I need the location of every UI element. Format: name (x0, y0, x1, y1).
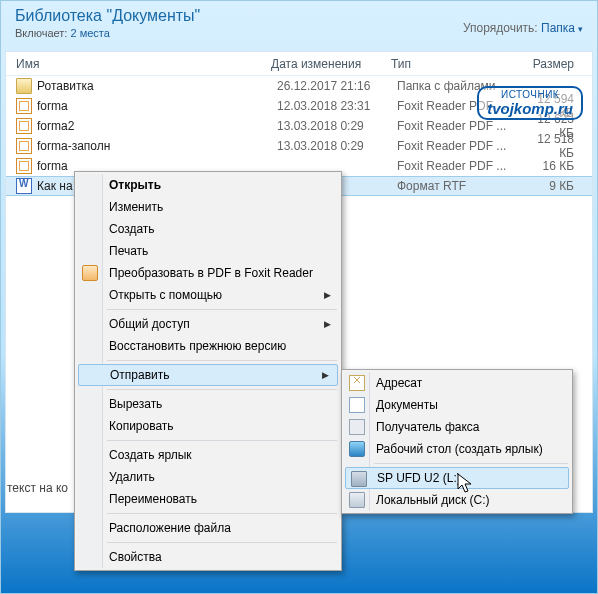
arrange-by[interactable]: Упорядочить: Папка (463, 21, 583, 35)
menu-item[interactable]: Копировать (77, 415, 339, 437)
menu-item-label: Копировать (109, 419, 174, 433)
menu-item-label: Печать (109, 244, 148, 258)
file-date: 12.03.2018 23:31 (277, 99, 397, 113)
menu-separator (107, 542, 337, 543)
rtf-icon (16, 178, 32, 194)
submenu-item[interactable]: Документы (344, 394, 570, 416)
submenu-arrow-icon: ▶ (324, 290, 331, 300)
submenu-item-label: Локальный диск (C:) (376, 493, 490, 507)
submenu-item[interactable]: Локальный диск (C:) (344, 489, 570, 511)
pdf-icon (16, 158, 32, 174)
file-size: 9 КБ (527, 179, 592, 193)
file-type: Foxit Reader PDF ... (397, 159, 527, 173)
col-name[interactable]: Имя (16, 57, 271, 71)
menu-separator (107, 513, 337, 514)
context-menu[interactable]: ОткрытьИзменитьСоздатьПечатьПреобразоват… (74, 171, 342, 571)
menu-item[interactable]: Расположение файла (77, 517, 339, 539)
pdf-icon (16, 118, 32, 134)
file-type: Foxit Reader PDF ... (397, 119, 527, 133)
truncated-text: текст на ко (7, 481, 68, 495)
menu-item-label: Удалить (109, 470, 155, 484)
menu-item[interactable]: Печать (77, 240, 339, 262)
menu-item-label: Изменить (109, 200, 163, 214)
menu-item-label: Открыть с помощью (109, 288, 222, 302)
pdf-icon (16, 98, 32, 114)
menu-item[interactable]: Переименовать (77, 488, 339, 510)
file-name: forma (37, 99, 277, 113)
submenu-item-label: Рабочий стол (создать ярлык) (376, 442, 543, 456)
usb-icon (351, 471, 367, 487)
foxit-icon (82, 265, 98, 281)
menu-separator (374, 463, 568, 464)
submenu-item[interactable]: SP UFD U2 (L:) (345, 467, 569, 489)
file-name: Ротавитка (37, 79, 277, 93)
menu-separator (107, 389, 337, 390)
menu-item[interactable]: Создать (77, 218, 339, 240)
menu-separator (107, 440, 337, 441)
submenu-arrow-icon: ▶ (322, 370, 329, 380)
submenu-item-label: SP UFD U2 (L:) (377, 471, 461, 485)
send-to-submenu[interactable]: АдресатДокументыПолучатель факсаРабочий … (341, 369, 573, 514)
column-headers[interactable]: Имя Дата изменения Тип Размер (6, 52, 592, 76)
col-type[interactable]: Тип (391, 57, 521, 71)
menu-item-label: Создать (109, 222, 155, 236)
menu-item[interactable]: Отправить▶ (78, 364, 338, 386)
arrange-label: Упорядочить: (463, 21, 538, 35)
menu-separator (107, 309, 337, 310)
includes-link[interactable]: 2 места (70, 27, 109, 39)
submenu-arrow-icon: ▶ (324, 319, 331, 329)
menu-item-label: Открыть (109, 178, 161, 192)
includes-label: Включает: (15, 27, 67, 39)
menu-separator (107, 360, 337, 361)
menu-item[interactable]: Восстановить прежнюю версию (77, 335, 339, 357)
file-size: 16 КБ (527, 159, 592, 173)
menu-item-label: Восстановить прежнюю версию (109, 339, 286, 353)
file-date: 13.03.2018 0:29 (277, 119, 397, 133)
watermark-label: ИСТОЧНИК (487, 90, 573, 101)
menu-item-label: Создать ярлык (109, 448, 192, 462)
pdf-icon (16, 138, 32, 154)
menu-item[interactable]: Удалить (77, 466, 339, 488)
menu-item-label: Вырезать (109, 397, 162, 411)
menu-item-label: Общий доступ (109, 317, 190, 331)
menu-item[interactable]: Преобразовать в PDF в Foxit Reader (77, 262, 339, 284)
menu-item[interactable]: Общий доступ▶ (77, 313, 339, 335)
arrange-value[interactable]: Папка (541, 21, 583, 35)
source-watermark: ИСТОЧНИК tvojkomp.ru (477, 86, 583, 120)
disk-icon (349, 492, 365, 508)
file-size: 12 518 КБ (527, 132, 592, 160)
folder-icon (16, 78, 32, 94)
file-row[interactable]: forma-заполн13.03.2018 0:29Foxit Reader … (6, 136, 592, 156)
col-size[interactable]: Размер (521, 57, 592, 71)
docs-icon (349, 397, 365, 413)
file-type: Формат RTF (397, 179, 527, 193)
file-date: 13.03.2018 0:29 (277, 139, 397, 153)
fax-icon (349, 419, 365, 435)
menu-item[interactable]: Создать ярлык (77, 444, 339, 466)
desk-icon (349, 441, 365, 457)
menu-item[interactable]: Вырезать (77, 393, 339, 415)
file-date: 26.12.2017 21:16 (277, 79, 397, 93)
submenu-item[interactable]: Рабочий стол (создать ярлык) (344, 438, 570, 460)
submenu-item-label: Получатель факса (376, 420, 480, 434)
submenu-item[interactable]: Получатель факса (344, 416, 570, 438)
submenu-item-label: Документы (376, 398, 438, 412)
file-type: Foxit Reader PDF ... (397, 139, 527, 153)
menu-item[interactable]: Открыть (77, 174, 339, 196)
menu-item-label: Свойства (109, 550, 162, 564)
mail-icon (349, 375, 365, 391)
file-name: forma-заполн (37, 139, 277, 153)
file-name: forma2 (37, 119, 277, 133)
menu-item-label: Расположение файла (109, 521, 231, 535)
watermark-site: tvojkomp.ru (487, 101, 573, 117)
col-date[interactable]: Дата изменения (271, 57, 391, 71)
submenu-item[interactable]: Адресат (344, 372, 570, 394)
menu-item[interactable]: Открыть с помощью▶ (77, 284, 339, 306)
menu-item[interactable]: Свойства (77, 546, 339, 568)
menu-item-label: Преобразовать в PDF в Foxit Reader (109, 266, 313, 280)
submenu-item-label: Адресат (376, 376, 422, 390)
menu-item-label: Переименовать (109, 492, 197, 506)
menu-item[interactable]: Изменить (77, 196, 339, 218)
menu-item-label: Отправить (110, 368, 170, 382)
